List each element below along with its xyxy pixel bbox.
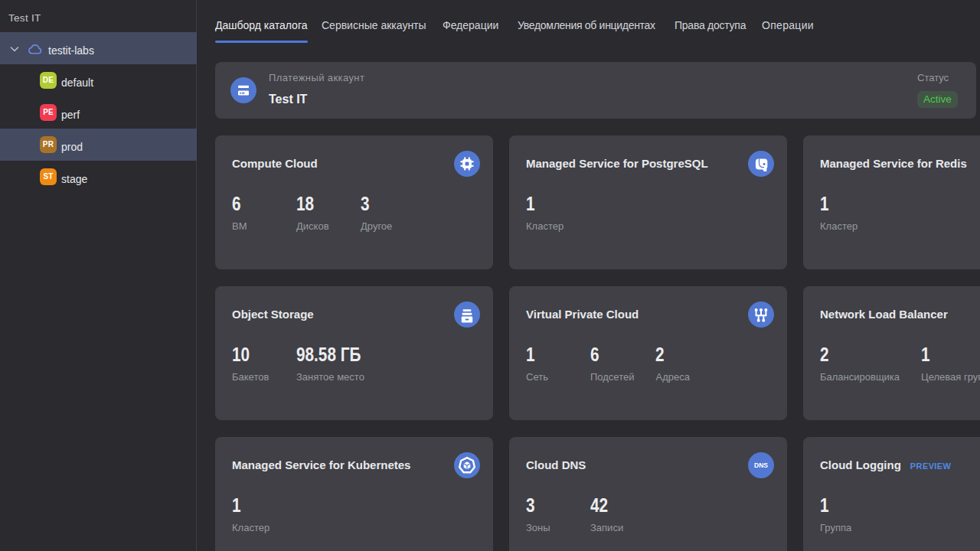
svg-text:DNS: DNS	[754, 461, 768, 469]
